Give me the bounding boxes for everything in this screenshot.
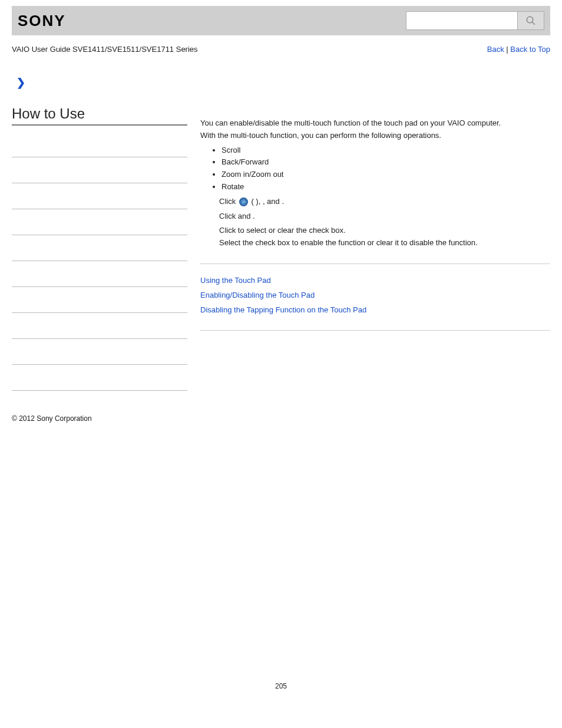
sidebar-item[interactable] xyxy=(12,313,187,339)
link-separator: | xyxy=(504,45,511,54)
step2-text-a: Click xyxy=(219,212,238,220)
sidebar-item[interactable] xyxy=(12,209,187,235)
op-item: Zoom in/Zoom out xyxy=(222,169,550,181)
sidebar-item[interactable] xyxy=(12,235,187,261)
step1-text-b: ( ), xyxy=(249,197,263,206)
step3-text-c: Select the check box to enable the funct… xyxy=(219,237,550,249)
sidebar-item[interactable] xyxy=(12,183,187,209)
brand-logo: SONY xyxy=(18,12,66,30)
intro-line-2: With the multi-touch function, you can p… xyxy=(200,130,550,142)
sidebar-list xyxy=(12,131,187,391)
search-icon xyxy=(525,15,536,26)
page-number: 205 xyxy=(12,682,550,702)
sidebar-title: How to Use xyxy=(12,106,187,122)
main-content: You can enable/disable the multi-touch f… xyxy=(200,100,550,391)
related-link[interactable]: Enabling/Disabling the Touch Pad xyxy=(200,289,550,302)
step-1: Click ( ), , and . xyxy=(219,196,550,208)
related-links: Using the Touch Pad Enabling/Disabling t… xyxy=(200,275,550,316)
op-item: Rotate xyxy=(222,181,550,193)
svg-point-0 xyxy=(527,17,533,23)
breadcrumb: VAIO User Guide SVE1411/SVE1511/SVE1711 … xyxy=(12,45,198,54)
svg-line-1 xyxy=(532,22,535,25)
back-link[interactable]: Back xyxy=(487,45,504,54)
title-rule xyxy=(12,124,187,126)
sidebar-item[interactable] xyxy=(12,339,187,365)
section-divider xyxy=(200,263,550,264)
steps: Click ( ), , and . Click and . xyxy=(219,196,550,249)
step3-text-a: Click to select or clear the xyxy=(219,226,309,235)
related-link[interactable]: Disabling the Tapping Function on the To… xyxy=(200,304,550,317)
step-2: Click and . xyxy=(219,210,550,223)
related-link[interactable]: Using the Touch Pad xyxy=(200,275,550,287)
sidebar-item[interactable] xyxy=(12,131,187,157)
step1-text-d: . xyxy=(282,197,284,206)
step1-text-a: Click xyxy=(219,197,238,206)
start-icon xyxy=(239,197,248,206)
op-item: Scroll xyxy=(222,144,550,157)
sidebar: How to Use xyxy=(12,100,200,391)
step-3: Click to select or clear the check box. … xyxy=(219,225,550,249)
header-bar: SONY xyxy=(12,6,550,35)
sidebar-item[interactable] xyxy=(12,287,187,313)
op-item: Back/Forward xyxy=(222,156,550,169)
sidebar-item[interactable] xyxy=(12,261,187,287)
back-to-top-link[interactable]: Back to Top xyxy=(510,45,550,54)
search-wrap xyxy=(406,11,544,30)
step2-text-b: and xyxy=(238,212,253,220)
search-button[interactable] xyxy=(518,11,544,30)
sidebar-item[interactable] xyxy=(12,157,187,183)
section-divider xyxy=(200,330,550,331)
copyright: © 2012 Sony Corporation xyxy=(12,414,550,423)
intro-line-1: You can enable/disable the multi-touch f… xyxy=(200,117,550,130)
nav-arrow-icon[interactable]: ❯ xyxy=(16,76,550,89)
operations-list: Scroll Back/Forward Zoom in/Zoom out Rot… xyxy=(222,144,550,193)
step1-text-c: , and xyxy=(263,197,282,206)
sub-header: VAIO User Guide SVE1411/SVE1511/SVE1711 … xyxy=(12,35,550,58)
sidebar-item[interactable] xyxy=(12,365,187,391)
step2-text-c: . xyxy=(253,212,255,220)
search-input[interactable] xyxy=(406,11,518,30)
top-links: Back | Back to Top xyxy=(487,45,550,54)
step3-text-b: check box. xyxy=(309,226,345,235)
